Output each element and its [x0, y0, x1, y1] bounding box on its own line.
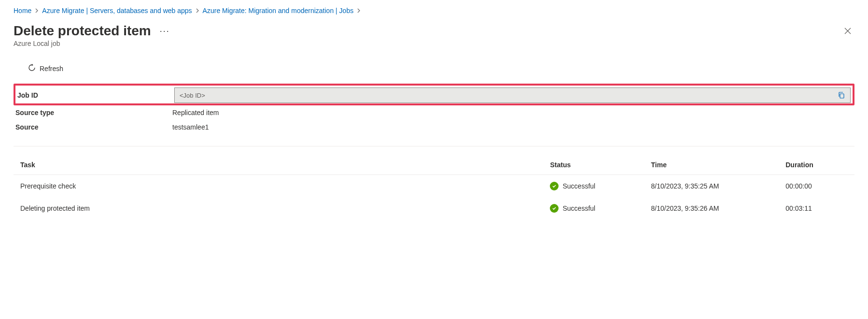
breadcrumb-migrate-servers[interactable]: Azure Migrate | Servers, databases and w… — [42, 7, 192, 14]
page-subtitle: Azure Local job — [14, 40, 854, 47]
success-icon — [550, 182, 559, 190]
refresh-icon — [28, 64, 36, 73]
job-id-highlight: Job ID <Job ID> — [14, 84, 854, 105]
breadcrumb-migrate-jobs[interactable]: Azure Migrate: Migration and modernizati… — [203, 7, 354, 14]
job-id-value: <Job ID> — [180, 92, 837, 99]
task-duration: 00:00:00 — [779, 175, 854, 198]
more-actions-button[interactable]: ··· — [158, 24, 172, 38]
col-header-status: Status — [543, 156, 644, 175]
task-name: Deleting protected item — [14, 197, 543, 219]
close-button[interactable] — [841, 24, 854, 38]
col-header-time: Time — [644, 156, 779, 175]
chevron-right-icon — [195, 8, 200, 13]
task-time: 8/10/2023, 9:35:26 AM — [644, 197, 779, 219]
chevron-right-icon — [356, 8, 361, 13]
page-title: Delete protected item — [14, 23, 151, 39]
job-id-field[interactable]: <Job ID> — [174, 87, 851, 103]
task-time: 8/10/2023, 9:35:25 AM — [644, 175, 779, 198]
divider — [14, 146, 854, 146]
copy-button[interactable] — [837, 90, 846, 100]
chevron-right-icon — [34, 8, 39, 13]
tasks-table: Task Status Time Duration Prerequisite c… — [14, 156, 854, 219]
source-type-value: Replicated item — [172, 109, 853, 116]
table-row: Prerequisite check Successful 8/10/2023,… — [14, 175, 854, 198]
source-label: Source — [15, 123, 172, 131]
task-name: Prerequisite check — [14, 175, 543, 198]
col-header-task: Task — [14, 156, 543, 175]
refresh-button[interactable]: Refresh — [28, 64, 63, 73]
source-value: testsamlee1 — [172, 123, 853, 131]
job-id-label: Job ID — [17, 91, 174, 99]
svg-rect-0 — [840, 94, 844, 98]
task-duration: 00:03:11 — [779, 197, 854, 219]
task-status: Successful — [562, 204, 595, 212]
refresh-label: Refresh — [40, 65, 63, 72]
source-type-label: Source type — [15, 109, 172, 116]
table-row: Deleting protected item Successful 8/10/… — [14, 197, 854, 219]
breadcrumb-home[interactable]: Home — [14, 7, 31, 14]
col-header-duration: Duration — [779, 156, 854, 175]
breadcrumb: Home Azure Migrate | Servers, databases … — [14, 7, 854, 14]
success-icon — [550, 204, 559, 213]
task-status: Successful — [562, 182, 595, 190]
